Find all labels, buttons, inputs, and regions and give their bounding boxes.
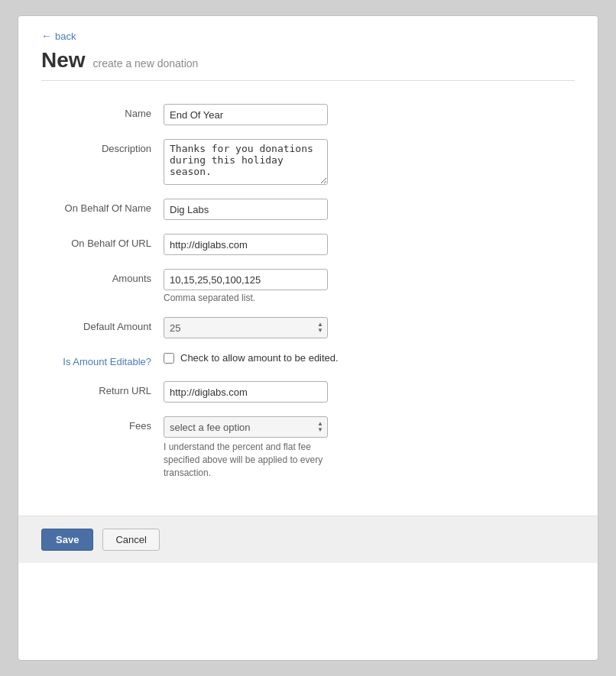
description-row: Description Thanks for you donations dur… [41,139,575,185]
fees-row: Fees select a fee option ▲ ▼ I understan… [41,416,575,479]
amounts-label: Amounts [41,269,164,284]
return-url-input[interactable] [164,381,328,403]
name-row: Name [41,104,575,125]
is-amount-editable-checkbox[interactable] [164,353,174,364]
page-container: ← back New create a new donation Name De… [18,15,598,661]
is-amount-editable-label: Is Amount Editable? [41,352,164,367]
return-url-label: Return URL [41,381,164,396]
on-behalf-of-url-row: On Behalf Of URL [41,234,575,255]
on-behalf-of-url-input[interactable] [164,234,328,255]
amounts-field-group: Comma separated list. [164,269,328,303]
default-amount-label: Default Amount [41,317,164,332]
is-amount-editable-checkbox-label: Check to allow amount to be edited. [180,352,339,364]
description-input[interactable]: Thanks for you donations during this hol… [164,139,328,185]
on-behalf-of-url-label: On Behalf Of URL [41,234,164,249]
cancel-button[interactable]: Cancel [102,529,159,551]
name-input[interactable] [164,104,328,125]
fees-label: Fees [41,416,164,432]
fees-select[interactable]: select a fee option [164,416,328,438]
page-title: New create a new donation [41,48,575,73]
description-label: Description [41,139,164,154]
title-subtitle: create a new donation [93,57,199,70]
amounts-row: Amounts Comma separated list. [41,269,575,303]
on-behalf-of-name-row: On Behalf Of Name [41,199,575,220]
is-amount-editable-checkbox-row: Check to allow amount to be edited. [164,352,339,364]
on-behalf-of-name-label: On Behalf Of Name [41,199,164,214]
default-amount-select-wrapper: 25 10 15 50 100 125 ▲ ▼ [164,317,328,338]
back-link[interactable]: ← back [41,30,76,42]
save-button[interactable]: Save [41,529,93,551]
amounts-hint: Comma separated list. [164,293,328,303]
amounts-input[interactable] [164,269,328,290]
title-new: New [41,48,86,73]
fees-hint: I understand the percent and flat fee sp… [164,441,328,479]
on-behalf-of-name-input[interactable] [164,199,328,220]
form-area: Name Description Thanks for you donation… [41,96,575,500]
back-arrow-icon: ← [41,30,52,42]
main-content: ← back New create a new donation Name De… [18,16,598,500]
name-label: Name [41,104,164,119]
is-amount-editable-row: Is Amount Editable? Check to allow amoun… [41,352,575,367]
return-url-row: Return URL [41,381,575,403]
default-amount-select[interactable]: 25 10 15 50 100 125 [164,317,328,338]
fees-select-wrapper: select a fee option ▲ ▼ [164,416,328,438]
back-label: back [55,31,76,42]
fees-field-group: select a fee option ▲ ▼ I understand the… [164,416,328,479]
header-divider [41,80,575,81]
default-amount-row: Default Amount 25 10 15 50 100 125 ▲ ▼ [41,317,575,338]
footer-bar: Save Cancel [18,516,598,563]
